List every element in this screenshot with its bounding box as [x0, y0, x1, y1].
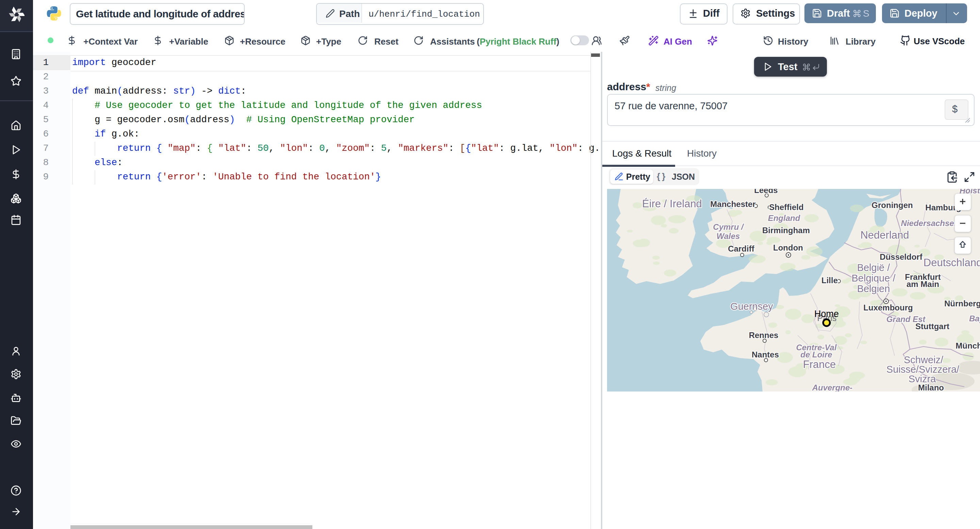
svg-text:Wales: Wales	[717, 231, 740, 241]
svg-text:Auvergne-: Auvergne-	[812, 383, 853, 392]
svg-text:Niedersachsen: Niedersachsen	[901, 218, 959, 228]
svg-text:Luxembourg: Luxembourg	[863, 303, 913, 312]
svg-text:England: England	[768, 214, 801, 223]
svg-text:Home: Home	[814, 309, 839, 319]
svg-text:France: France	[803, 359, 836, 370]
svg-text:am Main: am Main	[907, 279, 939, 289]
svg-text:Groningen: Groningen	[872, 201, 913, 210]
svg-text:Belgien: Belgien	[857, 283, 890, 294]
svg-text:Düsseldorf: Düsseldorf	[880, 252, 923, 261]
svg-text:Nederland: Nederland	[860, 229, 909, 241]
svg-text:Sheffield: Sheffield	[769, 202, 803, 212]
svg-text:Bay: Bay	[969, 314, 980, 323]
svg-text:Guernsey: Guernsey	[730, 301, 773, 312]
svg-text:Éire / Ireland: Éire / Ireland	[642, 198, 702, 210]
svg-text:Nürnberg: Nürnberg	[944, 299, 980, 308]
svg-text:Nantes: Nantes	[752, 350, 779, 359]
svg-text:Deutschland: Deutschland	[924, 257, 980, 269]
svg-text:Birmingham: Birmingham	[762, 226, 810, 235]
svg-text:München: München	[956, 341, 980, 350]
svg-text:België /: België /	[857, 262, 891, 273]
svg-text:London: London	[773, 243, 803, 252]
svg-text:Belgique /: Belgique /	[852, 272, 896, 284]
svg-text:Grand Est: Grand Est	[886, 314, 926, 324]
svg-text:Lille: Lille	[821, 276, 838, 285]
svg-text:de Loire: de Loire	[800, 350, 832, 359]
svg-text:Cymru /: Cymru /	[713, 222, 744, 231]
svg-text:Svizra: Svizra	[908, 373, 936, 384]
svg-text:Leeds: Leeds	[754, 189, 778, 195]
svg-text:Rennes: Rennes	[749, 331, 778, 340]
svg-text:Cardiff: Cardiff	[728, 244, 754, 253]
svg-text:Manchester: Manchester	[710, 199, 756, 209]
